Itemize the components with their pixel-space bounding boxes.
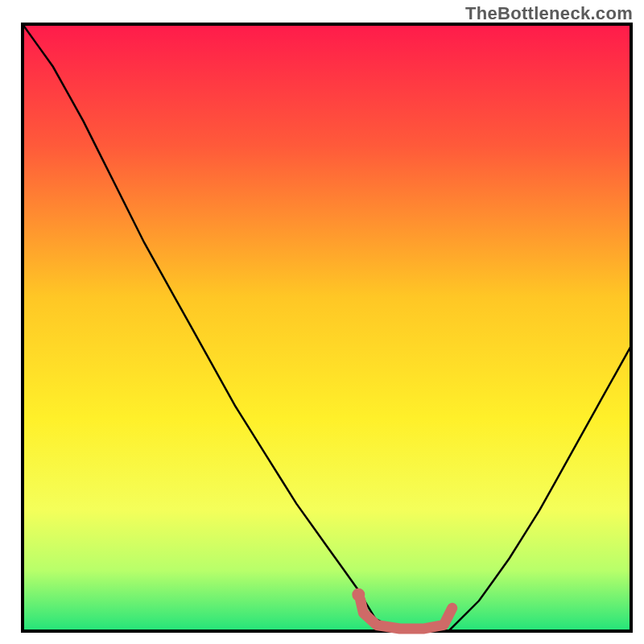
plot-background (23, 24, 631, 631)
bottleneck-chart (0, 0, 644, 644)
optimal-region-dot (352, 588, 365, 601)
